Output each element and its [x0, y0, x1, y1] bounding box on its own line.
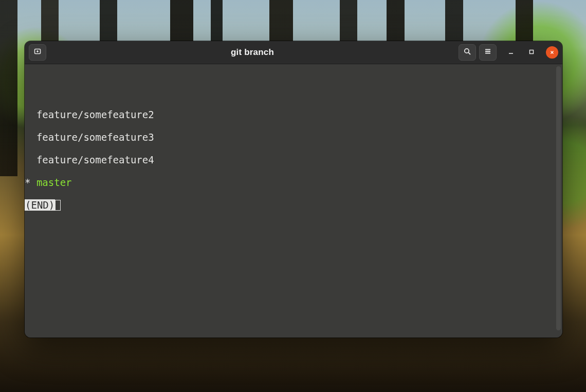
close-icon	[550, 48, 555, 57]
current-marker: *	[25, 177, 36, 188]
hamburger-icon	[484, 47, 492, 58]
branch-line: feature/somefeature3	[25, 132, 562, 143]
pager-end-line: (END)	[25, 199, 562, 211]
terminal-window: git branch	[25, 41, 562, 338]
pager-end: (END)	[25, 199, 55, 211]
search-button[interactable]	[459, 44, 476, 61]
minimize-icon	[508, 48, 514, 57]
minimize-button[interactable]	[505, 46, 517, 59]
terminal-output: feature/somefeature2 feature/somefeature…	[25, 98, 562, 233]
branch-name: feature/somefeature3	[36, 132, 154, 143]
desktop-wallpaper: git branch	[0, 0, 586, 392]
terminal-body[interactable]: feature/somefeature2 feature/somefeature…	[25, 64, 562, 338]
branch-name-current: master	[36, 177, 72, 188]
search-icon	[463, 47, 471, 58]
titlebar: git branch	[25, 41, 562, 64]
scrollbar[interactable]	[556, 66, 561, 330]
branch-name: feature/somefeature4	[36, 154, 154, 165]
window-title: git branch	[49, 47, 455, 58]
cursor	[55, 200, 61, 211]
branch-line: feature/somefeature2	[25, 109, 562, 120]
branch-line-current: *master	[25, 177, 562, 188]
maximize-button[interactable]	[525, 46, 538, 59]
close-button[interactable]	[546, 46, 558, 59]
svg-rect-9	[530, 50, 534, 54]
svg-point-3	[465, 49, 469, 53]
new-tab-button[interactable]	[29, 44, 46, 61]
svg-line-4	[468, 52, 470, 54]
titlebar-right	[459, 44, 558, 61]
branch-name: feature/somefeature2	[36, 109, 154, 120]
branch-line: feature/somefeature4	[25, 154, 562, 165]
maximize-icon	[528, 48, 535, 57]
menu-button[interactable]	[479, 44, 497, 61]
new-tab-icon	[33, 47, 42, 58]
